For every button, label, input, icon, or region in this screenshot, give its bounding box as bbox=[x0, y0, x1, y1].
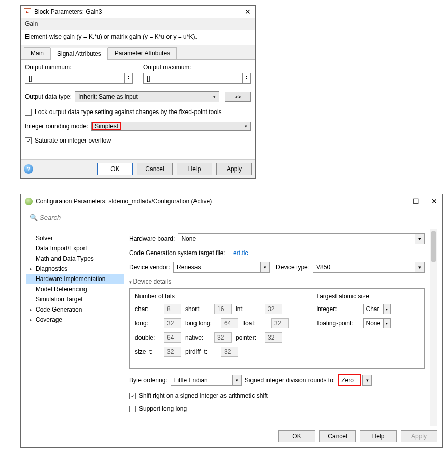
header-section: Gain Element-wise gain (y = K.*u) or mat… bbox=[21, 18, 255, 45]
tree-item-math[interactable]: Math and Data Types bbox=[26, 254, 124, 264]
help-icon[interactable]: ? bbox=[24, 164, 33, 174]
number-of-bits-title: Number of bits bbox=[135, 293, 310, 300]
output-data-type-label: Output data type: bbox=[25, 93, 72, 100]
device-type-value: V850 bbox=[313, 262, 415, 272]
hardware-panel: Hardware board: None ▾ Code Generation s… bbox=[124, 229, 430, 426]
device-type-select[interactable]: V850 ▾ bbox=[313, 262, 425, 273]
category-tree: Solver Data Import/Export Math and Data … bbox=[26, 229, 124, 426]
device-vendor-label: Device vendor: bbox=[129, 264, 170, 271]
atomic-integer-select[interactable]: Char ▾ bbox=[363, 304, 391, 314]
minimize-icon[interactable]: — bbox=[394, 197, 402, 205]
tab-main[interactable]: Main bbox=[24, 47, 50, 59]
atomic-float-select[interactable]: None ▾ bbox=[363, 318, 391, 328]
tree-item-data-io[interactable]: Data Import/Export bbox=[26, 243, 124, 254]
data-type-assistant-button[interactable]: >> bbox=[225, 92, 251, 102]
chevron-down-icon: ▾ bbox=[362, 375, 372, 386]
signed-div-round-select[interactable]: Zero ▾ bbox=[338, 375, 372, 386]
output-min-edit-icon[interactable]: ⋮ bbox=[125, 73, 133, 84]
device-vendor-select[interactable]: Renesas ▾ bbox=[173, 262, 270, 273]
integer-rounding-mode-label: Integer rounding mode: bbox=[25, 123, 88, 130]
block-description: Element-wise gain (y = K.*u) or matrix g… bbox=[21, 30, 255, 45]
support-long-long-label: Support long long bbox=[139, 405, 187, 412]
close-icon[interactable]: ✕ bbox=[244, 8, 252, 16]
output-min-label: Output minimum: bbox=[25, 64, 133, 71]
cancel-button[interactable]: Cancel bbox=[137, 163, 173, 175]
app-icon: ▸ bbox=[24, 8, 31, 15]
system-target-file-link[interactable]: ert.tlc bbox=[233, 249, 248, 257]
lock-data-type-label: Lock output data type setting against ch… bbox=[35, 108, 222, 116]
signal-attributes-pane: Output minimum: [] ⋮ Output maximum: [] … bbox=[21, 60, 255, 159]
atomic-integer-value: Char bbox=[364, 304, 383, 314]
tree-item-diagnostics[interactable]: Diagnostics bbox=[26, 264, 124, 274]
tree-item-hardware[interactable]: Hardware Implementation bbox=[26, 274, 124, 284]
help-button[interactable]: Help bbox=[177, 163, 212, 175]
titlebar: ▸ Block Parameters: Gain3 ✕ bbox=[21, 6, 255, 18]
byte-ordering-select[interactable]: Little Endian ▾ bbox=[171, 375, 242, 386]
button-bar: OK Cancel Help Apply bbox=[21, 426, 442, 446]
signed-div-round-label: Signed integer division rounds to: bbox=[245, 377, 335, 384]
saturate-overflow-checkbox[interactable] bbox=[25, 137, 32, 144]
help-button[interactable]: Help bbox=[360, 430, 397, 442]
block-type-label: Gain bbox=[21, 18, 255, 30]
chevron-down-icon: ▾ bbox=[260, 262, 269, 272]
float-value: 32 bbox=[271, 318, 289, 328]
int-label: int: bbox=[236, 305, 261, 313]
output-min-field[interactable]: [] bbox=[25, 73, 125, 84]
output-data-type-select[interactable]: Inherit: Same as input ▾ bbox=[75, 91, 219, 102]
window-title: Block Parameters: Gain3 bbox=[34, 8, 102, 15]
vertical-scrollbar[interactable] bbox=[430, 229, 437, 426]
search-field[interactable]: 🔍 bbox=[26, 212, 437, 223]
search-input[interactable] bbox=[40, 214, 434, 221]
tree-item-solver[interactable]: Solver bbox=[26, 233, 124, 243]
output-max-field[interactable]: [] bbox=[143, 73, 243, 84]
tab-parameter-attributes[interactable]: Parameter Attributes bbox=[108, 47, 177, 59]
window-title: Configuration Parameters: sldemo_mdladv/… bbox=[36, 198, 212, 205]
close-icon[interactable]: ✕ bbox=[430, 197, 438, 205]
maximize-icon[interactable]: ☐ bbox=[412, 197, 420, 205]
atomic-float-label: floating-point: bbox=[317, 320, 360, 327]
apply-button[interactable]: Apply bbox=[401, 430, 437, 442]
long-value: 32 bbox=[164, 318, 181, 328]
scrollbar-thumb[interactable] bbox=[431, 231, 436, 262]
longlong-value: 64 bbox=[221, 318, 238, 328]
tree-item-simtarget[interactable]: Simulation Target bbox=[26, 294, 124, 304]
tab-signal-attributes[interactable]: Signal Attributes bbox=[50, 48, 108, 60]
output-max-label: Output maximum: bbox=[143, 64, 251, 71]
largest-atomic-size-title: Largest atomic size bbox=[317, 293, 419, 300]
byte-ordering-label: Byte ordering: bbox=[129, 377, 167, 384]
lock-data-type-checkbox[interactable] bbox=[25, 109, 32, 116]
tab-strip: Main Signal Attributes Parameter Attribu… bbox=[21, 45, 255, 60]
configuration-parameters-dialog: Configuration Parameters: sldemo_mdladv/… bbox=[20, 194, 443, 448]
chevron-down-icon: ▾ bbox=[383, 304, 390, 314]
system-target-file-label: Code Generation system target file: bbox=[129, 249, 226, 257]
output-max-edit-icon[interactable]: ⋮ bbox=[243, 73, 251, 84]
apply-button[interactable]: Apply bbox=[216, 163, 252, 175]
shift-right-label: Shift right on a signed integer as arith… bbox=[139, 392, 268, 399]
longlong-label: long long: bbox=[185, 320, 217, 327]
tree-item-coverage[interactable]: Coverage bbox=[26, 315, 124, 325]
sizet-value: 32 bbox=[164, 347, 181, 357]
tree-item-modelref[interactable]: Model Referencing bbox=[26, 284, 124, 294]
chevron-down-icon: ▾ bbox=[415, 234, 424, 244]
ok-button[interactable]: OK bbox=[97, 163, 133, 175]
ok-button[interactable]: OK bbox=[278, 430, 315, 442]
support-long-long-checkbox[interactable] bbox=[129, 406, 136, 412]
signed-div-round-value: Zero bbox=[338, 375, 360, 386]
shift-right-checkbox[interactable] bbox=[129, 393, 136, 399]
chevron-down-icon: ▾ bbox=[383, 319, 390, 328]
tree-item-codegen[interactable]: Code Generation bbox=[26, 304, 124, 315]
short-value: 16 bbox=[214, 304, 232, 314]
search-icon: 🔍 bbox=[30, 214, 38, 221]
device-details-toggle[interactable]: Device details bbox=[129, 278, 425, 285]
button-bar: ? OK Cancel Help Apply bbox=[21, 159, 255, 178]
titlebar: Configuration Parameters: sldemo_mdladv/… bbox=[21, 194, 442, 207]
saturate-overflow-label: Saturate on integer overflow bbox=[35, 137, 111, 144]
short-label: short: bbox=[185, 305, 210, 313]
char-label: char: bbox=[135, 305, 160, 313]
hardware-board-select[interactable]: None ▾ bbox=[178, 233, 425, 244]
device-vendor-value: Renesas bbox=[174, 262, 260, 272]
integer-rounding-mode-select[interactable]: Simplest ▾ bbox=[91, 122, 251, 131]
hardware-board-label: Hardware board: bbox=[129, 235, 175, 242]
output-data-type-value: Inherit: Same as input bbox=[78, 93, 138, 100]
cancel-button[interactable]: Cancel bbox=[319, 430, 356, 442]
